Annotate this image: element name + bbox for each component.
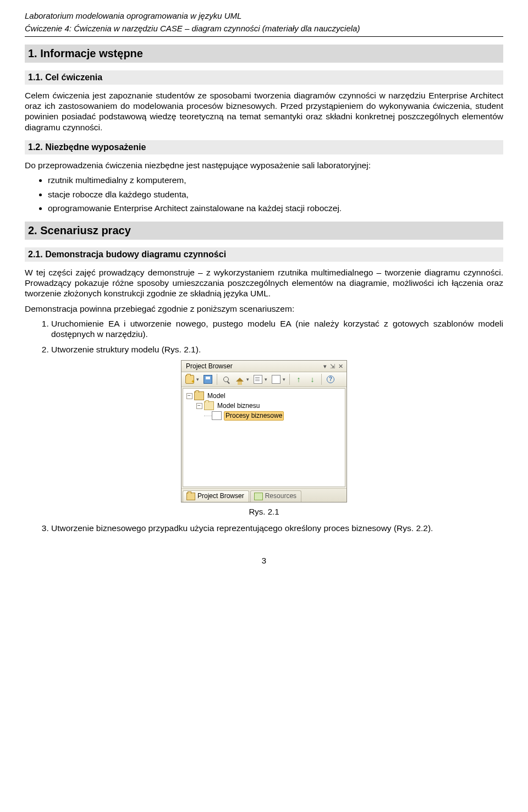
document-page: Laboratorium modelowania oprogramowania … bbox=[0, 0, 528, 588]
save-button[interactable] bbox=[202, 373, 214, 385]
diagram-icon bbox=[212, 411, 222, 420]
section-2-1-title: 2.1. Demonstracja budowy diagramu czynno… bbox=[25, 247, 503, 262]
page-number: 3 bbox=[25, 556, 503, 566]
header-rule bbox=[25, 36, 503, 37]
help-button[interactable]: ? bbox=[324, 373, 337, 385]
move-up-button[interactable]: ↑ bbox=[293, 373, 305, 385]
collapse-icon[interactable]: − bbox=[196, 403, 202, 409]
folder-icon bbox=[186, 493, 195, 500]
section-1-title: 1. Informacje wstępne bbox=[25, 45, 503, 63]
section-2-title: 2. Scenariusz pracy bbox=[25, 222, 503, 240]
step-2: Utworzenie struktury modelu (Rys. 2.1). bbox=[51, 344, 503, 355]
model-icon bbox=[194, 391, 204, 400]
list-item: stacje robocze dla każdego studenta, bbox=[48, 189, 503, 200]
tab-resources[interactable]: Resources bbox=[250, 490, 301, 502]
list-item: oprogramowanie Enterprise Architect zain… bbox=[48, 203, 503, 213]
equipment-list: rzutnik multimedialny z komputerem, stac… bbox=[25, 175, 503, 213]
scenario-steps-continued: Utworzenie biznesowego przypadku użycia … bbox=[25, 523, 503, 533]
section-1-1-body: Celem ćwiczenia jest zapoznanie studentó… bbox=[25, 90, 503, 133]
panel-titlebar: Project Browser ▾ ⇲ ✕ bbox=[182, 361, 346, 372]
scenario-steps: Uruchomienie EA i utworzenie nowego, pus… bbox=[25, 318, 503, 355]
resources-icon bbox=[254, 493, 263, 500]
tab-label: Resources bbox=[265, 492, 296, 500]
new-node-button[interactable] bbox=[270, 373, 282, 385]
panel-toolbar: ▾ ▾ ▾ ▾ ↑ ↓ ? bbox=[182, 372, 346, 387]
tab-label: Project Browser bbox=[197, 492, 244, 500]
toolbar-separator bbox=[321, 374, 322, 385]
tree-label: Model biznesu bbox=[216, 402, 261, 410]
section-2-1-p1: W tej części zajęć prowadzący demonstruj… bbox=[25, 267, 503, 299]
tab-project-browser[interactable]: Project Browser bbox=[183, 490, 249, 502]
collapse-icon[interactable]: − bbox=[186, 393, 193, 399]
figure-2-1-caption: Rys. 2.1 bbox=[25, 507, 503, 517]
tree-view[interactable]: − Model − Model biznesu Procesy biznesow… bbox=[183, 388, 345, 487]
section-1-1-title: 1.1. Cel ćwiczenia bbox=[25, 70, 503, 85]
pin-icon[interactable]: ⇲ bbox=[330, 363, 335, 369]
running-header: Laboratorium modelowania oprogramowania … bbox=[25, 11, 503, 34]
section-2-1-p2: Demonstracja powinna przebiegać zgodnie … bbox=[25, 303, 503, 314]
section-1-2-intro: Do przeprowadzenia ćwiczenia niezbędne j… bbox=[25, 160, 503, 170]
header-line-1: Laboratorium modelowania oprogramowania … bbox=[25, 11, 503, 21]
tree-label: Procesy biznesowe bbox=[224, 411, 284, 421]
close-icon[interactable]: ✕ bbox=[338, 363, 343, 369]
project-browser-panel: Project Browser ▾ ⇲ ✕ ▾ ▾ ▾ ▾ ↑ ↓ bbox=[181, 360, 347, 502]
figure-2-1: Project Browser ▾ ⇲ ✕ ▾ ▾ ▾ ▾ ↑ ↓ bbox=[25, 360, 503, 502]
package-icon bbox=[204, 401, 214, 410]
new-doc-button[interactable] bbox=[252, 373, 264, 385]
new-folder-button[interactable] bbox=[184, 373, 196, 385]
toolbar-separator bbox=[289, 374, 290, 385]
dropdown-icon[interactable]: ▾ bbox=[323, 363, 327, 369]
section-1-2-title: 1.2. Niezbędne wyposażenie bbox=[25, 140, 503, 154]
move-down-button[interactable]: ↓ bbox=[306, 373, 318, 385]
chevron-down-icon[interactable]: ▾ bbox=[196, 377, 199, 383]
chevron-down-icon[interactable]: ▾ bbox=[265, 377, 267, 383]
chevron-down-icon[interactable]: ▾ bbox=[246, 377, 249, 383]
tree-node[interactable]: − Model biznesu bbox=[184, 401, 344, 411]
toolbar-separator bbox=[217, 374, 217, 385]
home-button[interactable] bbox=[234, 373, 246, 385]
list-item: rzutnik multimedialny z komputerem, bbox=[48, 175, 503, 185]
chevron-down-icon[interactable]: ▾ bbox=[283, 377, 285, 383]
tree-label: Model bbox=[206, 392, 227, 400]
tree-connector bbox=[204, 416, 212, 416]
panel-title: Project Browser bbox=[186, 362, 320, 371]
search-button[interactable] bbox=[220, 373, 232, 385]
step-3: Utworzenie biznesowego przypadku użycia … bbox=[51, 523, 503, 533]
panel-tabs: Project Browser Resources bbox=[182, 488, 346, 502]
header-line-2: Ćwiczenie 4: Ćwiczenia w narzędziu CASE … bbox=[25, 24, 503, 34]
tree-node-selected[interactable]: Procesy biznesowe bbox=[184, 411, 344, 421]
tree-node-root[interactable]: − Model bbox=[184, 391, 344, 401]
step-1: Uruchomienie EA i utworzenie nowego, pus… bbox=[51, 318, 503, 340]
